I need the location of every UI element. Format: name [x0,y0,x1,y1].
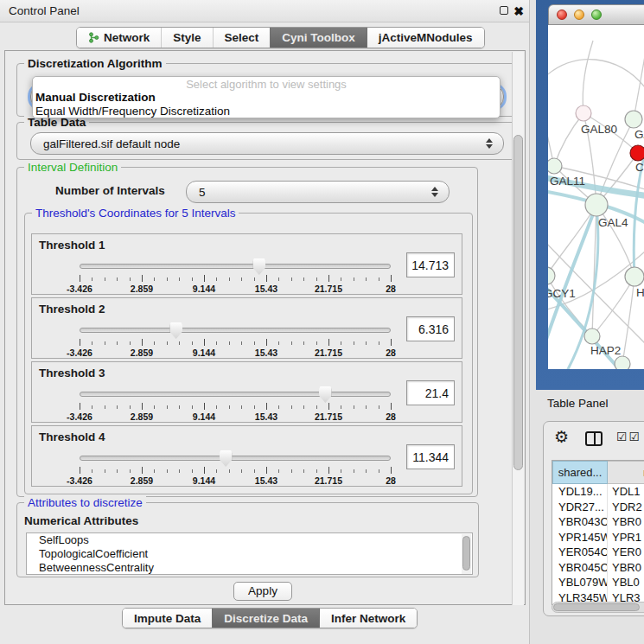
tick-mark [117,405,118,409]
tab-jactivemnodules[interactable]: jActiveMNodules [367,28,484,48]
network-edge[interactable] [583,41,593,113]
threshold-slider[interactable]: -3.4262.8599.14415.4321.71528 [80,385,391,421]
table-row[interactable]: YDL19...YDL1 [552,484,644,500]
tab-style[interactable]: Style [161,28,212,48]
network-node-h[interactable] [625,267,644,286]
tick-label: 2.859 [131,348,153,358]
network-canvas[interactable]: GAL80GACGAL11GAL4GCY1HHAP2 [548,25,644,369]
table-row[interactable]: YER054CYER0 [552,545,644,560]
network-edge[interactable] [548,60,644,87]
gear-icon[interactable]: ⚙ [554,427,569,447]
slider-thumb[interactable] [319,386,332,403]
table-row[interactable]: YPR145WYPR1 [552,530,644,545]
threshold-value-field[interactable] [406,316,455,341]
tick-mark [254,405,255,409]
attributes-scrollbar[interactable] [462,534,471,574]
cell-shared-name: YDL19... [552,484,608,500]
tick-mark [80,467,80,474]
tab-network[interactable]: Network [77,28,161,48]
tab-infer-network[interactable]: Infer Network [319,609,417,628]
attribute-list-item[interactable]: SelfLoops [27,533,472,547]
slider-thumb[interactable] [252,258,265,275]
tick-mark [278,277,279,281]
network-node-label: GA [634,128,644,141]
close-icon[interactable]: ✖ [513,6,524,16]
tick-mark [254,341,255,345]
number-of-intervals-label: Number of Intervals [55,184,165,197]
tick-mark [92,405,92,409]
number-of-intervals-select[interactable]: 5 [186,181,450,203]
tab-label: Network [104,31,150,44]
tab-cyni-toolbox[interactable]: Cyni Toolbox [270,28,367,48]
tab-discretize-data[interactable]: Discretize Data [212,609,319,628]
split-columns-icon[interactable] [585,431,603,446]
tick-mark [216,341,217,345]
tab-label: Impute Data [134,612,201,625]
network-node-gal11[interactable] [548,158,562,174]
tab-impute-data[interactable]: Impute Data [123,609,212,628]
table-horizontal-scrollbar-thumb[interactable] [553,603,640,611]
network-node-c[interactable] [630,145,644,161]
column-header-shared-name[interactable]: shared... [552,461,608,484]
panel-scrollbar-thumb[interactable] [513,135,523,470]
tick-mark [379,277,379,281]
attribute-list-item[interactable]: BetweennessCentrality [27,561,472,575]
dropdown-option-equal-width-frequency[interactable]: Equal Width/Frequency Discretization [33,105,500,118]
threshold-value-field[interactable] [406,252,455,277]
slider-tick-labels: -3.4262.8599.14415.4321.71528 [80,411,391,422]
tick-mark [366,469,367,473]
tab-select[interactable]: Select [213,28,271,48]
mac-close-button[interactable] [557,10,567,20]
tick-mark [204,467,205,474]
threshold-slider[interactable]: -3.4262.8599.14415.4321.71528 [80,449,391,485]
network-node-label: H [636,286,644,299]
tick-mark [291,405,292,409]
mac-zoom-button[interactable] [591,10,602,20]
mac-minimize-button[interactable] [574,10,584,20]
tick-label: -3.426 [67,348,92,358]
slider-thumb[interactable] [220,450,233,467]
network-node-gal80[interactable] [576,105,591,121]
numerical-attributes-list[interactable]: SelfLoopsTopologicalCoefficientBetweenne… [26,532,473,575]
threshold-value-field[interactable] [406,444,455,469]
apply-button[interactable]: Apply [233,582,292,601]
threshold-slider[interactable]: -3.4262.8599.14415.4321.71528 [80,257,391,293]
network-edge[interactable] [634,56,644,119]
slider-thumb[interactable] [169,322,182,339]
cell-name: YER0 [608,545,644,560]
network-node-gal4[interactable] [585,194,608,216]
network-node-ga[interactable] [625,111,642,128]
panel-scrollbar[interactable] [512,52,524,605]
network-node-hap2[interactable] [584,328,600,344]
network-edge[interactable] [554,113,583,166]
tab-label: Select [225,31,259,44]
table-data-select[interactable]: galFiltered.sif default node [30,132,504,155]
table-row[interactable]: YBL079WYBL0 [552,575,644,590]
tick-label: -3.426 [67,411,92,422]
slider-track [80,264,391,269]
table-row[interactable]: YBR043CYBR0 [552,514,644,530]
cell-shared-name: YBR043C [552,514,608,530]
table-horizontal-scrollbar[interactable] [552,602,644,613]
tick-mark [341,405,341,409]
tick-label: 15.43 [255,475,277,486]
float-window-icon[interactable] [500,6,508,15]
tick-mark [117,341,118,345]
network-node-gcy1[interactable] [548,267,555,284]
tick-label: 9.144 [193,284,215,294]
checkbox-filter-icons[interactable]: ☑☑ [616,430,641,443]
threshold-value-field[interactable] [406,380,455,405]
network-edge[interactable] [622,277,634,364]
attributes-scrollbar-thumb[interactable] [462,536,470,571]
threshold-slider[interactable]: -3.4262.8599.14415.4321.71528 [80,321,391,357]
table-row[interactable]: YBR045CYBR0 [552,560,644,576]
dropdown-option-manual-discretization[interactable]: Manual Discretization [33,91,500,105]
cell-shared-name: YBR045C [552,560,608,576]
network-node[interactable] [615,356,630,369]
attribute-list-item[interactable]: TopologicalCoefficient [27,547,472,561]
tick-label: 21.715 [315,411,342,422]
column-header-name[interactable]: n [608,461,644,484]
table-row[interactable]: YDR27...YDR2 [552,500,644,515]
control-panel-titlebar: Control Panel ✖ [0,0,529,22]
tick-mark [341,277,341,281]
